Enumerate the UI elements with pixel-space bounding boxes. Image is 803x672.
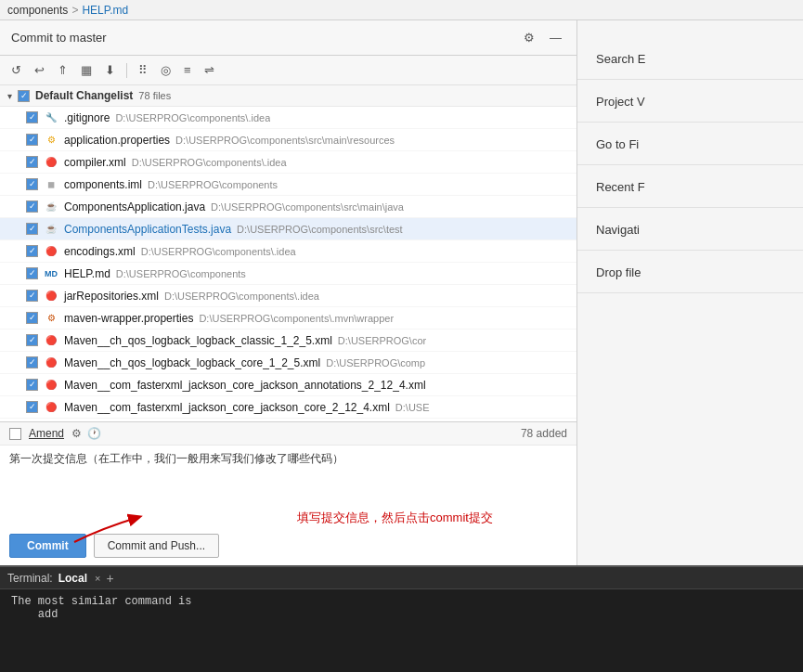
amend-label[interactable]: Amend <box>29 427 64 440</box>
file-name-jackson-core: Maven__com_fasterxml_jackson_core_jackso… <box>64 401 390 414</box>
arrows-button[interactable]: ⇌ <box>201 61 218 79</box>
download-button[interactable]: ⬇ <box>101 61 119 79</box>
dots-button[interactable]: ⠿ <box>135 61 151 79</box>
file-item-help-md[interactable]: MD HELP.md D:\USERPROG\components <box>0 263 576 285</box>
file-path-components-iml: D:\USERPROG\components <box>148 179 278 190</box>
file-checkbox-maven-wrapper-props[interactable] <box>26 312 38 324</box>
circle-button[interactable]: ◎ <box>157 61 175 79</box>
file-item-logback-core[interactable]: 🔴 Maven__ch_qos_logback_logback_core_1_2… <box>0 352 576 374</box>
changelist-checkbox[interactable] <box>18 90 30 102</box>
file-icon-compiler-xml: 🔴 <box>44 155 58 170</box>
files-added-count: 78 added <box>521 427 567 440</box>
file-icon-encodings-xml: 🔴 <box>44 244 58 259</box>
right-panel: Search E Project V Go to Fi Recent F Nav… <box>577 20 803 565</box>
amend-history-icon[interactable]: 🕐 <box>87 427 101 440</box>
file-item-jackson-annotations[interactable]: 🔴 Maven__com_fasterxml_jackson_core_jack… <box>0 374 576 396</box>
red-arrow-svg <box>46 510 195 547</box>
file-name-help-md: HELP.md <box>64 267 110 280</box>
file-checkbox-help-md[interactable] <box>26 267 38 279</box>
terminal-tab-close[interactable]: × <box>95 573 100 584</box>
grid-button[interactable]: ▦ <box>77 61 96 79</box>
file-path-logback-classic: D:\USERPROG\cor <box>338 335 426 346</box>
right-menu-project[interactable]: Project V <box>577 82 803 123</box>
right-menu-navigate[interactable]: Navigati <box>577 210 803 251</box>
terminal-tabs: Terminal: Local × + <box>0 567 803 589</box>
file-checkbox-logback-core[interactable] <box>26 356 38 368</box>
file-name-logback-classic: Maven__ch_qos_logback_logback_classic_1_… <box>64 334 332 347</box>
file-item-logback-classic[interactable]: 🔴 Maven__ch_qos_logback_logback_classic_… <box>0 330 576 352</box>
commit-header: Commit to master ⚙ — <box>0 20 576 56</box>
file-item-maven-wrapper-props[interactable]: ⚙ maven-wrapper.properties D:\USERPROG\c… <box>0 307 576 330</box>
terminal-tab-local[interactable]: Local <box>58 572 87 585</box>
file-name-logback-core: Maven__ch_qos_logback_logback_core_1_2_5… <box>64 356 320 369</box>
file-item-components-test-java[interactable]: ☕ ComponentsApplicationTests.java D:\USE… <box>0 218 576 240</box>
file-path-app-props: D:\USERPROG\components\src\main\resource… <box>175 135 395 146</box>
commit-message-input[interactable]: 第一次提交信息（在工作中，我们一般用来写我们修改了哪些代码） <box>9 451 567 499</box>
move-up-button[interactable]: ⇑ <box>54 61 71 79</box>
right-menu-drop[interactable]: Drop file <box>577 252 803 293</box>
file-list-container[interactable]: ▾ Default Changelist 78 files 🔧 .gitigno… <box>0 85 576 421</box>
file-icon-jackson-core: 🔴 <box>44 400 58 415</box>
file-item-app-props[interactable]: ⚙ application.properties D:\USERPROG\com… <box>0 129 576 151</box>
file-path-compiler-xml: D:\USERPROG\components\.idea <box>132 157 287 168</box>
file-name-app-props: application.properties <box>64 134 170 147</box>
file-name-components-test-java: ComponentsApplicationTests.java <box>64 223 231 236</box>
changelist-count: 78 files <box>138 90 171 101</box>
toolbar: ↺ ↩ ⇑ ▦ ⬇ ⠿ ◎ ≡ ⇌ <box>0 56 576 85</box>
breadcrumb-bar: components > HELP.md <box>0 0 803 20</box>
commit-message-area: 第一次提交信息（在工作中，我们一般用来写我们修改了哪些代码） <box>0 446 576 508</box>
file-checkbox-compiler-xml[interactable] <box>26 156 38 168</box>
file-item-jackson-core[interactable]: 🔴 Maven__com_fasterxml_jackson_core_jack… <box>0 396 576 419</box>
file-path-encodings-xml: D:\USERPROG\components\.idea <box>141 246 296 257</box>
file-path-gitignore: D:\USERPROG\components\.idea <box>115 112 270 123</box>
file-checkbox-gitignore[interactable] <box>26 111 38 123</box>
file-name-gitignore: .gitignore <box>64 111 110 124</box>
file-item-components-app-java[interactable]: ☕ ComponentsApplication.java D:\USERPROG… <box>0 196 576 218</box>
file-item-components-iml[interactable]: ◼ components.iml D:\USERPROG\components <box>0 174 576 196</box>
file-icon-maven-wrapper-props: ⚙ <box>44 311 58 326</box>
left-panel: Commit to master ⚙ — ↺ ↩ ⇑ ▦ ⬇ ⠿ ◎ ≡ ⇌ ▾ <box>0 20 577 565</box>
file-checkbox-app-props[interactable] <box>26 134 38 146</box>
file-checkbox-logback-classic[interactable] <box>26 334 38 346</box>
amend-left: Amend ⚙ 🕐 <box>9 427 101 440</box>
amend-bar: Amend ⚙ 🕐 78 added <box>0 422 576 446</box>
file-item-gitignore[interactable]: 🔧 .gitignore D:\USERPROG\components\.ide… <box>0 107 576 129</box>
right-menu-recent[interactable]: Recent F <box>577 167 803 208</box>
amend-settings-icon[interactable]: ⚙ <box>71 427 82 440</box>
amend-checkbox[interactable] <box>9 428 21 440</box>
file-checkbox-components-test-java[interactable] <box>26 223 38 235</box>
right-menu-goto[interactable]: Go to Fi <box>577 124 803 165</box>
file-item-compiler-xml[interactable]: 🔴 compiler.xml D:\USERPROG\components\.i… <box>0 151 576 174</box>
file-icon-logback-core: 🔴 <box>44 355 58 370</box>
file-icon-components-iml: ◼ <box>44 177 58 192</box>
bottom-area: Amend ⚙ 🕐 78 added 第一次提交信息（在工作中，我们一般用来写我… <box>0 421 576 565</box>
changelist-name: Default Changelist <box>35 89 133 102</box>
file-path-help-md: D:\USERPROG\components <box>116 268 246 279</box>
undo-button[interactable]: ↩ <box>31 61 48 79</box>
file-checkbox-encodings-xml[interactable] <box>26 245 38 257</box>
annotation-area: 填写提交信息，然后点击commit提交 <box>0 508 576 528</box>
terminal-add-tab[interactable]: + <box>106 571 113 586</box>
breadcrumb-project[interactable]: components <box>7 4 68 17</box>
terminal-label: Terminal: <box>7 572 53 585</box>
changelist-header[interactable]: ▾ Default Changelist 78 files <box>0 85 576 107</box>
file-icon-help-md: MD <box>44 266 58 281</box>
file-name-components-iml: components.iml <box>64 178 142 191</box>
file-item-jar-repos-xml[interactable]: 🔴 jarRepositories.xml D:\USERPROG\compon… <box>0 285 576 307</box>
file-checkbox-jar-repos-xml[interactable] <box>26 290 38 302</box>
file-checkbox-jackson-core[interactable] <box>26 401 38 413</box>
file-item-encodings-xml[interactable]: 🔴 encodings.xml D:\USERPROG\components\.… <box>0 240 576 263</box>
file-name-components-app-java: ComponentsApplication.java <box>64 200 205 213</box>
file-checkbox-jackson-annotations[interactable] <box>26 379 38 391</box>
minimize-button[interactable]: — <box>546 29 565 46</box>
file-icon-logback-classic: 🔴 <box>44 333 58 348</box>
file-path-jar-repos-xml: D:\USERPROG\components\.idea <box>164 291 319 302</box>
lines-button[interactable]: ≡ <box>180 61 195 79</box>
breadcrumb-file[interactable]: HELP.md <box>82 4 128 17</box>
commit-header-title: Commit to master <box>11 31 107 45</box>
refresh-button[interactable]: ↺ <box>7 61 25 79</box>
file-checkbox-components-iml[interactable] <box>26 178 38 190</box>
right-menu-search[interactable]: Search E <box>577 39 803 80</box>
settings-button[interactable]: ⚙ <box>520 29 538 46</box>
file-checkbox-components-app-java[interactable] <box>26 200 38 213</box>
